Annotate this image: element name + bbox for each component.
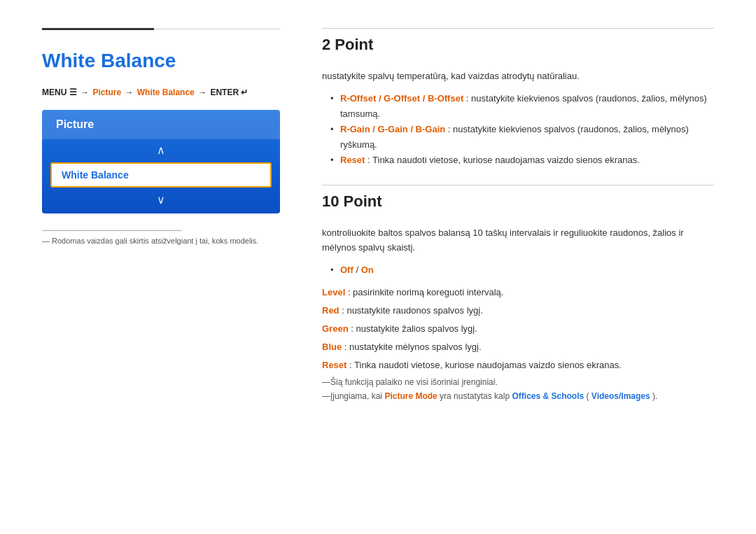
menu-path: MENU ☰ → Picture → White Balance → ENTER…: [42, 87, 280, 97]
arrow-3: →: [198, 87, 206, 97]
line-green: Green : nustatykite žalios spalvos lygį.: [322, 321, 714, 337]
tv-menu-arrow-up: ∧: [42, 139, 280, 161]
section-2point: 2 Point nustatykite spalvų temperatūrą, …: [322, 28, 714, 168]
section-10point: 10 Point kontroliuokite baltos spalvos b…: [322, 185, 714, 401]
tv-menu-selected-item: White Balance: [50, 162, 272, 188]
section-10point-heading: 10 Point: [322, 185, 714, 216]
up-arrow-icon: ∧: [157, 143, 165, 157]
bullet-3-text: : Tinka naudoti vietose, kuriose naudoja…: [368, 155, 640, 165]
term-blue: Blue: [322, 342, 342, 352]
note-1: Šią funkciją palaiko ne visi išoriniai į…: [322, 377, 714, 387]
light-line: [154, 29, 280, 29]
section-2point-heading: 2 Point: [322, 28, 714, 59]
line-reset-text: : Tinka naudoti vietose, kuriose naudoja…: [349, 360, 622, 370]
line-red-text: : nustatykite raudonos spalvos lygį.: [342, 305, 483, 316]
line-level-text: : pasirinkite norimą koreguoti intervalą…: [348, 287, 504, 297]
left-panel: White Balance MENU ☰ → Picture → White B…: [42, 28, 280, 404]
term-r-gain: R-Gain / G-Gain / B-Gain: [340, 124, 445, 134]
term-level: Level: [322, 287, 345, 297]
arrow-1: →: [80, 87, 89, 97]
line-level: Level : pasirinkite norimą koreguoti int…: [322, 285, 714, 300]
section-2point-intro: nustatykite spalvų temperatūrą, kad vaiz…: [322, 69, 714, 84]
tv-menu-header: Picture: [42, 110, 280, 139]
footnote-text: ― Rodomas vaizdas gali skirtis atsižvelg…: [42, 237, 280, 245]
line-green-text: : nustatykite žalios spalvos lygį.: [351, 323, 477, 334]
bullet-item-2: R-Gain / G-Gain / B-Gain : nustatykite k…: [330, 122, 714, 153]
note-2-prefix: Įjungiama, kai: [330, 391, 384, 401]
term-videos-images: Videos/Images: [592, 391, 650, 401]
right-panel: 2 Point nustatykite spalvų temperatūrą, …: [322, 28, 714, 404]
enter-label: ENTER: [210, 87, 241, 97]
white-balance-link: White Balance: [137, 87, 197, 97]
bullet-item-1: R-Offset / G-Offset / B-Offset : nustaty…: [330, 91, 714, 122]
term-reset-10p: Reset: [322, 360, 346, 370]
menu-icon: ☰: [69, 87, 79, 97]
term-red: Red: [322, 305, 340, 316]
term-on: On: [361, 265, 374, 275]
term-offices-schools: Offices & Schools: [512, 391, 584, 401]
down-arrow-icon: ∨: [157, 193, 165, 206]
section-10point-intro: kontroliuokite baltos spalvos balansą 10…: [322, 226, 714, 255]
section-2point-bullets: R-Offset / G-Offset / B-Offset : nustaty…: [322, 91, 714, 168]
line-red: Red : nustatykite raudonos spalvos lygį.: [322, 303, 714, 318]
page-container: White Balance MENU ☰ → Picture → White B…: [0, 0, 756, 432]
section-10point-toggle-list: Off / On: [322, 262, 714, 278]
line-reset: Reset : Tinka naudoti vietose, kuriose n…: [322, 358, 714, 373]
arrow-2: →: [125, 87, 133, 97]
footnote-divider: [42, 230, 182, 231]
picture-link: Picture: [92, 87, 123, 97]
enter-icon: ↵: [241, 87, 248, 97]
top-decorative-line: [42, 28, 280, 30]
dark-line: [42, 28, 154, 30]
note-1-text: Šią funkciją palaiko ne visi išoriniai į…: [330, 377, 498, 387]
tv-menu: Picture ∧ White Balance ∨: [42, 110, 280, 213]
note-2: Įjungiama, kai Picture Mode yra nustatyt…: [322, 391, 714, 401]
note-2-middle: yra nustatytas kalp: [440, 391, 512, 401]
note-2-paren-close: ).: [652, 391, 657, 401]
term-reset-2p: Reset: [340, 155, 365, 165]
term-r-offset: R-Offset / G-Offset / B-Offset: [340, 93, 463, 104]
page-title: White Balance: [42, 50, 280, 72]
toggle-slash: /: [356, 265, 360, 275]
bullet-item-3: Reset : Tinka naudoti vietose, kuriose n…: [330, 153, 714, 168]
term-green: Green: [322, 323, 349, 334]
tv-menu-arrow-down: ∨: [42, 189, 280, 213]
toggle-bullet: Off / On: [330, 262, 714, 278]
term-off: Off: [340, 265, 354, 275]
line-blue: Blue : nustatykite mėlynos spalvos lygį.: [322, 339, 714, 355]
term-picture-mode: Picture Mode: [384, 391, 437, 401]
menu-prefix: MENU: [42, 87, 66, 97]
line-blue-text: : nustatykite mėlynos spalvos lygį.: [344, 342, 482, 352]
note-2-paren-open: (: [587, 391, 589, 401]
